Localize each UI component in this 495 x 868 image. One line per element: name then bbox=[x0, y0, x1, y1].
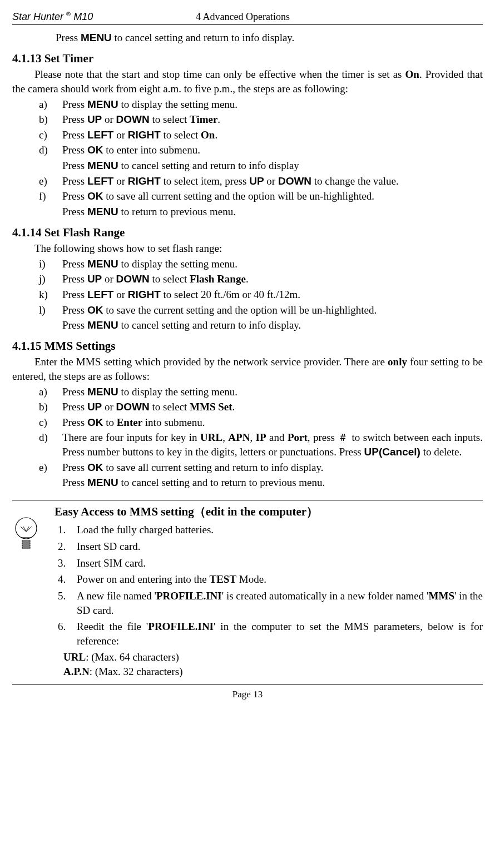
list-item: e) Press OK to save all current setting … bbox=[12, 460, 483, 475]
list-marker: j) bbox=[12, 272, 62, 286]
down-key: DOWN bbox=[116, 273, 150, 285]
page-header: Star Hunter ® M10 4 Advanced Operations bbox=[12, 10, 483, 25]
list-item: c) Press OK to Enter into submenu. bbox=[12, 415, 483, 430]
list-item: l) Press OK to save the current setting … bbox=[12, 303, 483, 318]
list-item: c) Press LEFT or RIGHT to select On. bbox=[12, 128, 483, 142]
tip-icon-col bbox=[12, 504, 55, 679]
menu-key: MENU bbox=[81, 32, 112, 43]
list-item: b) Press UP or DOWN to select Timer. bbox=[12, 112, 483, 127]
section-4-1-14-intro: The following shows how to set flash ran… bbox=[12, 241, 483, 256]
ok-key: OK bbox=[87, 304, 103, 316]
ok-key: OK bbox=[87, 144, 103, 156]
up-key: UP bbox=[87, 273, 102, 285]
product-model: M10 bbox=[73, 11, 93, 22]
list-item: d) Press OK to enter into submenu. bbox=[12, 143, 483, 157]
tip-section: Easy Access to MMS setting（edit in the c… bbox=[12, 500, 483, 679]
menu-key: MENU bbox=[87, 98, 118, 110]
menu-key: MENU bbox=[87, 386, 118, 398]
right-key: RIGHT bbox=[128, 289, 161, 300]
left-key: LEFT bbox=[87, 289, 114, 300]
list-marker: e) bbox=[12, 460, 62, 475]
down-key: DOWN bbox=[278, 175, 311, 187]
list-marker: a) bbox=[12, 97, 62, 112]
list-marker: f) bbox=[12, 189, 62, 204]
section-4-1-14-title: 4.1.14 Set Flash Range bbox=[12, 225, 483, 240]
tip-item: 2.Insert SD card. bbox=[55, 539, 483, 554]
menu-key: MENU bbox=[87, 160, 118, 171]
tip-item: 1.Load the fully charged batteries. bbox=[55, 523, 483, 537]
tip-item: 4.Power on and entering into the TEST Mo… bbox=[55, 572, 483, 587]
list-item: a) Press MENU to display the setting men… bbox=[12, 97, 483, 112]
header-left: Star Hunter ® M10 bbox=[12, 10, 196, 23]
menu-key: MENU bbox=[87, 206, 118, 217]
list-marker: l) bbox=[12, 303, 62, 318]
section-4-1-15-title: 4.1.15 MMS Settings bbox=[12, 338, 483, 354]
list-marker: b) bbox=[12, 112, 62, 127]
down-key: DOWN bbox=[116, 113, 150, 125]
tip-title: Easy Access to MMS setting（edit in the c… bbox=[55, 504, 483, 519]
list-item: i) Press MENU to display the setting men… bbox=[12, 257, 483, 271]
list-marker: d) bbox=[12, 430, 62, 459]
section-4-1-13-title: 4.1.13 Set Timer bbox=[12, 51, 483, 66]
up-key: UP bbox=[249, 175, 264, 187]
list-subline: Press MENU to cancel setting and return … bbox=[62, 158, 483, 173]
down-key: DOWN bbox=[116, 401, 150, 413]
tip-item: 6.Reedit the file 'PROFILE.INI' in the c… bbox=[55, 619, 483, 648]
svg-rect-2 bbox=[22, 543, 30, 544]
up-key: UP bbox=[87, 113, 102, 125]
list-item: b) Press UP or DOWN to select MMS Set. bbox=[12, 400, 483, 414]
left-key: LEFT bbox=[87, 175, 114, 187]
right-key: RIGHT bbox=[128, 129, 161, 141]
page-footer: Page 13 bbox=[12, 685, 483, 701]
list-marker: b) bbox=[12, 400, 62, 414]
list-subline: Press MENU to return to previous menu. bbox=[62, 205, 483, 219]
svg-point-0 bbox=[16, 518, 37, 539]
list-subline: Press MENU to cancel setting and return … bbox=[62, 318, 483, 333]
right-key: RIGHT bbox=[128, 175, 161, 187]
list-marker: a) bbox=[12, 385, 62, 399]
list-item: a) Press MENU to display the setting men… bbox=[12, 385, 483, 399]
ok-key: OK bbox=[87, 190, 103, 202]
list-marker: c) bbox=[12, 128, 62, 142]
list-item: d) There are four inputs for key in URL,… bbox=[12, 430, 483, 459]
tip-item: 3.Insert SIM card. bbox=[55, 556, 483, 571]
menu-key: MENU bbox=[87, 258, 118, 270]
tip-subline: URL: (Max. 64 characters) bbox=[63, 650, 483, 664]
svg-rect-4 bbox=[22, 547, 30, 548]
list-item: e) Press LEFT or RIGHT to select item, p… bbox=[12, 174, 483, 189]
menu-key: MENU bbox=[87, 319, 118, 331]
list-subline: Press MENU to cancel setting and to retu… bbox=[62, 475, 483, 490]
product-name-prefix: Star Hunter bbox=[12, 11, 66, 22]
tip-item: 5.A new file named 'PROFILE.INI' is crea… bbox=[55, 589, 483, 617]
svg-rect-1 bbox=[22, 540, 30, 542]
list-marker: e) bbox=[12, 174, 62, 189]
tip-subline: A.P.N: (Max. 32 characters) bbox=[63, 664, 483, 679]
ok-key: OK bbox=[87, 416, 103, 428]
up-key: UP bbox=[87, 401, 102, 413]
svg-rect-3 bbox=[22, 545, 30, 546]
menu-key: MENU bbox=[87, 477, 118, 488]
hash-key: ＃ bbox=[338, 431, 349, 443]
list-marker: c) bbox=[12, 415, 62, 430]
list-marker: i) bbox=[12, 257, 62, 271]
section-4-1-13-intro: Please note that the start and stop time… bbox=[12, 67, 483, 96]
left-key: LEFT bbox=[87, 129, 114, 141]
up-cancel-key: UP(Cancel) bbox=[364, 446, 420, 458]
header-section-title: 4 Advanced Operations bbox=[196, 10, 483, 23]
lightbulb-icon bbox=[12, 516, 40, 555]
section-4-1-15-intro: Enter the MMS setting which provided by … bbox=[12, 355, 483, 383]
ok-key: OK bbox=[87, 462, 103, 473]
list-marker: d) bbox=[12, 143, 62, 157]
list-marker: k) bbox=[12, 287, 62, 302]
list-item: f) Press OK to save all current setting … bbox=[12, 189, 483, 204]
list-item: j) Press UP or DOWN to select Flash Rang… bbox=[12, 272, 483, 286]
continuation-line: Press MENU to cancel setting and return … bbox=[12, 31, 483, 45]
registered-mark: ® bbox=[66, 11, 71, 17]
list-item: k) Press LEFT or RIGHT to select 20 ft./… bbox=[12, 287, 483, 302]
